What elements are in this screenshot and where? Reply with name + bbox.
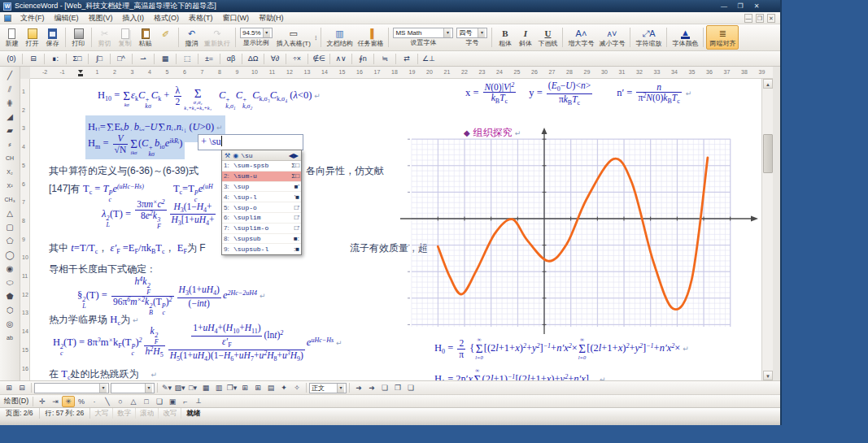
popup-item-sup[interactable]: 3:\sup■' xyxy=(222,182,301,193)
script-template[interactable]: ∎: xyxy=(47,52,63,65)
bond-double[interactable]: ⫽ xyxy=(2,82,18,96)
angle-tool[interactable]: ⌐ xyxy=(179,396,192,407)
paste-button[interactable]: 粘贴 xyxy=(135,25,155,50)
zoom-combo[interactable]: 94.5%▾ xyxy=(240,28,273,38)
formula-h1[interactable]: H1 = 2n′x∞Σl=0(2l+1)−1[(2l+1+x)+y2+n′x]↵ xyxy=(434,368,605,380)
underline-color-button[interactable]: ✎▾ xyxy=(160,382,173,393)
window-layout-button[interactable]: ❐▾ xyxy=(225,382,238,393)
paragraph-mixed[interactable]: 在 Tc处的比热跳跃为↵ xyxy=(49,367,157,380)
popup-item-suplim[interactable]: 6:\suplim□' xyxy=(222,213,301,224)
image-tool[interactable]: ❏ xyxy=(153,396,166,407)
formula-lambda[interactable]: λ2L(T) = 3πm×c28e2k3FH3(1−H4+H3[1+uH4+ xyxy=(102,199,217,230)
indent-marker[interactable] xyxy=(78,70,83,76)
text-style-combo[interactable]: 正文▾ xyxy=(309,383,347,393)
scrollbar-thumb[interactable] xyxy=(763,134,773,173)
grid-show-button[interactable]: ▦ xyxy=(199,382,212,393)
increase-font-button[interactable]: A˄增大字号 xyxy=(565,25,596,50)
paragraph-mixed[interactable]: 其中 t=T/Tc， ε′F =EF/πkBTc， EF为 F xyxy=(49,241,206,255)
andor-symbols[interactable]: ∧∨ xyxy=(333,52,349,65)
next-page-icon[interactable]: ▶ xyxy=(294,152,299,159)
table-draw-icon[interactable]: ⊞ xyxy=(2,382,15,393)
new-button[interactable]: 新建 xyxy=(2,25,22,50)
geometry-symbols[interactable]: ∠⊥ xyxy=(421,52,437,65)
bond-wedge[interactable]: ◢ xyxy=(2,110,18,124)
menu-item-1[interactable]: 编辑(E) xyxy=(50,12,84,24)
font-color-button[interactable]: ▲字体颜色 xyxy=(670,25,700,50)
bond-bold[interactable]: ▰ xyxy=(2,124,18,137)
scroll-down-icon[interactable]: ▼ xyxy=(763,371,773,380)
ellipse-tool[interactable]: ○ xyxy=(114,396,127,407)
cut-button[interactable]: ✂剪切 xyxy=(94,25,115,50)
highlight-color-button[interactable]: ▨▾ xyxy=(173,382,186,393)
scale-tool[interactable]: % xyxy=(75,396,88,407)
menu-item-6[interactable]: 窗口(W) xyxy=(218,12,255,24)
document-map-button[interactable]: ▤ xyxy=(264,382,277,393)
approx-relation[interactable]: ≒ xyxy=(377,52,393,65)
relation-symbols[interactable]: ±= xyxy=(201,52,217,65)
font-name-combo[interactable]: MS Math▾ xyxy=(393,28,453,38)
menu-item-4[interactable]: 格式(O) xyxy=(149,12,184,24)
paragraph-text[interactable]: 导相干长度由下式确定： xyxy=(49,263,156,276)
ring-pentagon[interactable]: ⬟ xyxy=(2,289,18,303)
rectangle-tool[interactable]: □ xyxy=(140,396,153,407)
bond-dashed[interactable]: ⸗ xyxy=(2,137,18,151)
popup-item-supsub-l[interactable]: 9:\supsub-l:■ xyxy=(222,244,301,254)
align-tool[interactable]: ⇥ xyxy=(49,396,62,407)
back-button[interactable]: ➜ xyxy=(365,382,378,393)
minimize-button[interactable]: — xyxy=(718,2,730,10)
group-ch[interactable]: CH xyxy=(2,151,18,165)
grid-hide-button[interactable]: ▥ xyxy=(212,382,225,393)
paragraph-text[interactable]: 各向异性，仿文献 xyxy=(306,164,384,178)
arrow-symbols[interactable]: ⇄ xyxy=(399,52,415,65)
formula-xi[interactable]: §2L(T) = h4k2F96π6m×2k2B(TPc)2H3(1+uH4)(… xyxy=(77,276,266,316)
border-button[interactable]: □▾ xyxy=(186,382,199,393)
panel-b-button[interactable]: ❐ xyxy=(391,382,404,393)
menu-item-2[interactable]: 视图(V) xyxy=(84,12,118,24)
bond-triple[interactable]: ⋕ xyxy=(2,96,18,110)
greek-lowercase[interactable]: αβ xyxy=(223,52,239,65)
subscript-tool[interactable]: X₂ xyxy=(2,165,18,179)
ring-pentagon-dash[interactable]: ⬠ xyxy=(2,234,18,248)
popup-item-sup-o[interactable]: 5:\sup-o□' xyxy=(222,202,301,213)
task-pane-button[interactable]: ▐任务窗格 xyxy=(355,25,386,50)
point-tool[interactable]: · xyxy=(88,396,101,407)
formula-edit-box[interactable]: + \su xyxy=(198,134,303,150)
forward-button[interactable]: ➜ xyxy=(352,382,365,393)
panel-c-button[interactable]: ❏ xyxy=(404,382,417,393)
vertical-scrollbar[interactable]: ▲ ▼ xyxy=(761,79,773,380)
popup-item-suplim-o[interactable]: 7:\suplim-o□' xyxy=(222,224,301,234)
style-combo[interactable]: ▾ xyxy=(34,383,109,393)
underline-button[interactable]: U下画线 xyxy=(535,25,560,50)
open-button[interactable]: 打开 xyxy=(22,25,42,50)
draw-menu-button[interactable]: 绘图(D) xyxy=(2,396,30,407)
list-combo[interactable]: ▾ xyxy=(111,383,155,393)
formula-xyn[interactable]: x = N(0)|V|2kBTcy = (E0−U)<n>πkBTcn′ = n… xyxy=(465,80,691,107)
ring-square[interactable]: ▢ xyxy=(2,220,18,234)
formula-hm[interactable]: Hm = V√NΣikσ(C+kσbiσeikRᵢ) xyxy=(85,131,185,159)
copy-button[interactable]: 复制 xyxy=(115,25,135,50)
formula-hc[interactable]: H2c(T) = 8π3m×kF(TPc)2k2Fh2H51+uH4+(H10+… xyxy=(53,323,342,363)
label-tool[interactable]: ab xyxy=(2,331,18,345)
function-plot[interactable] xyxy=(394,126,761,334)
ring-ellipse[interactable]: ⬭ xyxy=(2,276,18,289)
frame-tool[interactable]: ▣ xyxy=(166,396,179,407)
vector-arrow-template[interactable]: ⇀ xyxy=(135,52,151,65)
horizontal-ruler[interactable]: -2-1123456789101112131415161718192021222… xyxy=(30,67,773,79)
bond-single[interactable]: ╱ xyxy=(2,68,18,82)
child-restore-button[interactable]: ❐ xyxy=(756,14,764,23)
save-button[interactable]: 保存 xyxy=(42,25,63,50)
child-minimize-button[interactable]: — xyxy=(744,14,752,23)
char-scale-button[interactable]: ⤢A字符缩放 xyxy=(633,25,664,50)
paragraph-text[interactable]: 其中算符的定义与(6-36)～(6-39)式 xyxy=(49,164,198,178)
line-tool[interactable]: ╲ xyxy=(101,396,114,407)
font-size-combo[interactable]: 四号▾ xyxy=(456,28,487,38)
arithmetic-symbols[interactable]: ÷× xyxy=(289,52,305,65)
toolbar-overflow-icon[interactable]: ⁝ xyxy=(313,34,319,41)
next-field-button[interactable]: ✧ xyxy=(290,382,303,393)
accent-template[interactable]: □^ xyxy=(113,52,129,65)
axes-tool[interactable]: ⟂ xyxy=(192,396,205,407)
formula-h10[interactable]: H10 = ΣkσεkC+kσCk + λ2Σσ₁σ₂k₁+k₂=k₃+k₄C+… xyxy=(98,82,321,111)
doc-structure-button[interactable]: ▥文档结构 xyxy=(324,25,355,50)
maximize-button[interactable]: ❐ xyxy=(735,2,746,10)
integral-template[interactable]: ∫□ xyxy=(91,52,107,65)
